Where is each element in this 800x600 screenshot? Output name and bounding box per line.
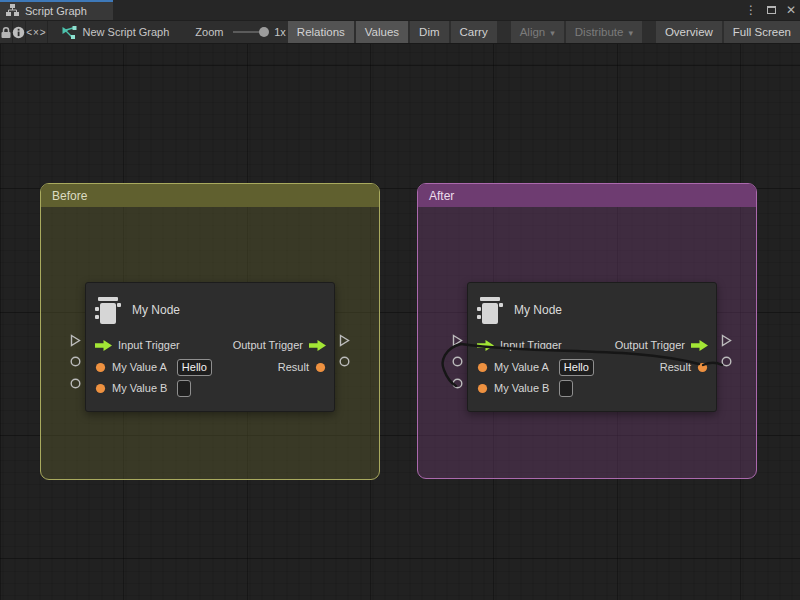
align-label: Align [520, 26, 546, 38]
window-controls: ⋮ ✕ [745, 0, 796, 20]
overview-button[interactable]: Overview [656, 20, 722, 44]
lock-button[interactable] [0, 21, 12, 43]
dim-toggle[interactable]: Dim [410, 20, 448, 44]
port-result[interactable]: Result [654, 357, 708, 377]
script-graph-window: Script Graph ⋮ ✕ <×> [0, 0, 800, 600]
node-header[interactable]: My Node [468, 283, 716, 329]
value-port-icon [477, 383, 488, 394]
port-my-value-a[interactable]: My Value A Hello [95, 357, 212, 377]
node-title: My Node [514, 303, 562, 317]
graph-hierarchy-icon [6, 4, 19, 16]
active-tab-accent-line [0, 0, 113, 2]
flow-arrow-icon [309, 340, 326, 351]
distribute-dropdown[interactable]: Distribute▾ [566, 20, 642, 44]
group-before-header[interactable]: Before [41, 184, 379, 207]
port-label: Output Trigger [233, 339, 303, 351]
value-b-field[interactable] [559, 380, 573, 397]
port-label: My Value A [112, 361, 167, 373]
zoom-slider[interactable] [233, 31, 264, 33]
tab-script-graph[interactable]: Script Graph [0, 0, 113, 20]
script-graph-asset-icon [62, 26, 77, 39]
group-after-header[interactable]: After [418, 184, 756, 207]
external-flow-stub-icon[interactable] [452, 334, 463, 347]
distribute-label: Distribute [575, 26, 624, 38]
value-port-icon [315, 362, 326, 373]
value-a-field[interactable]: Hello [177, 359, 212, 376]
value-port-icon [95, 362, 106, 373]
value-a-field[interactable]: Hello [559, 359, 594, 376]
code-preview-button[interactable]: <×> [26, 21, 47, 43]
info-icon [12, 26, 25, 39]
align-dropdown[interactable]: Align▾ [511, 20, 564, 44]
code-preview-icon: <×> [26, 27, 47, 38]
value-b-field[interactable] [177, 380, 191, 397]
group-after-title: After [429, 189, 454, 203]
port-label: Result [660, 361, 691, 373]
tab-bar: Script Graph ⋮ ✕ [0, 0, 800, 20]
maximize-icon[interactable] [767, 6, 776, 14]
tab-label: Script Graph [25, 4, 87, 17]
external-flow-stub-icon[interactable] [339, 334, 350, 347]
unit-node-icon [95, 294, 121, 327]
port-output-trigger[interactable]: Output Trigger [609, 335, 708, 355]
graph-breadcrumb[interactable]: New Script Graph [62, 26, 170, 39]
port-my-value-a[interactable]: My Value A Hello [477, 357, 594, 377]
carry-toggle[interactable]: Carry [451, 20, 497, 44]
port-label: Result [278, 361, 309, 373]
external-value-stub-icon[interactable] [339, 356, 350, 367]
flow-arrow-icon [477, 340, 494, 351]
group-before-title: Before [52, 189, 87, 203]
node-title: My Node [132, 303, 180, 317]
toolbar-toggle-group: Relations Values Dim Carry Align▾ Distri… [286, 20, 800, 44]
values-toggle[interactable]: Values [356, 20, 408, 44]
external-value-stub-icon[interactable] [452, 356, 463, 367]
value-port-icon [477, 362, 488, 373]
port-label: My Value B [112, 382, 167, 394]
graph-toolbar: <×> New Script Graph Zoom 1x Relations V… [0, 20, 800, 44]
external-flow-stub-icon[interactable] [70, 334, 81, 347]
chevron-down-icon: ▾ [550, 28, 555, 38]
info-button[interactable] [12, 21, 25, 43]
flow-arrow-icon [95, 340, 112, 351]
zoom-label: Zoom [195, 26, 223, 38]
external-flow-stub-icon[interactable] [721, 334, 732, 347]
port-label: Output Trigger [615, 339, 685, 351]
chevron-down-icon: ▾ [628, 28, 633, 38]
node-header[interactable]: My Node [86, 283, 334, 329]
node-my-node-after[interactable]: My Node Input Trigger My Value A Hello [467, 282, 717, 412]
port-label: My Value B [494, 382, 549, 394]
node-my-node-before[interactable]: My Node Input Trigger My Value A Hello [85, 282, 335, 412]
zoom-value: 1x [274, 26, 286, 38]
value-port-icon [697, 362, 708, 373]
relations-toggle[interactable]: Relations [288, 20, 354, 44]
zoom-slider-handle[interactable] [259, 27, 269, 37]
external-value-stub-icon[interactable] [452, 378, 463, 389]
port-input-trigger[interactable]: Input Trigger [477, 335, 568, 355]
port-my-value-b[interactable]: My Value B [477, 378, 573, 398]
port-label: My Value A [494, 361, 549, 373]
external-value-stub-icon[interactable] [70, 378, 81, 389]
unit-node-icon [477, 294, 503, 327]
value-port-icon [95, 383, 106, 394]
close-icon[interactable]: ✕ [786, 0, 796, 20]
more-menu-icon[interactable]: ⋮ [745, 0, 757, 20]
flow-arrow-icon [691, 340, 708, 351]
fullscreen-button[interactable]: Full Screen [724, 20, 800, 44]
port-input-trigger[interactable]: Input Trigger [95, 335, 186, 355]
external-value-stub-icon[interactable] [70, 356, 81, 367]
port-my-value-b[interactable]: My Value B [95, 378, 191, 398]
port-label: Input Trigger [118, 339, 180, 351]
port-label: Input Trigger [500, 339, 562, 351]
port-result[interactable]: Result [272, 357, 326, 377]
graph-name-label: New Script Graph [83, 26, 170, 38]
graph-canvas[interactable]: Before After My Node [0, 44, 800, 600]
lock-icon [0, 26, 12, 39]
port-output-trigger[interactable]: Output Trigger [227, 335, 326, 355]
external-value-stub-icon[interactable] [721, 356, 732, 367]
